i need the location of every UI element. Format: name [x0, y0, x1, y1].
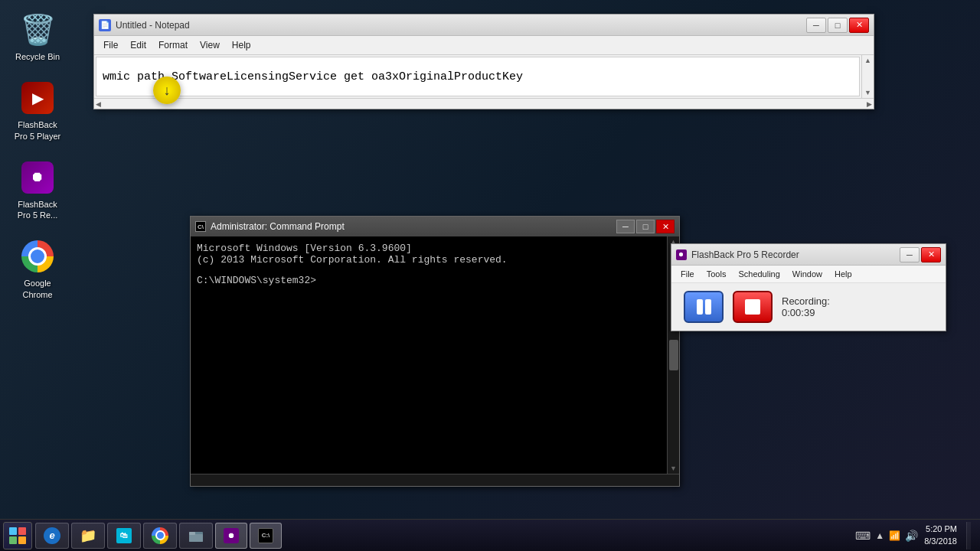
notepad-menu-file[interactable]: File — [97, 37, 124, 53]
pause-bar-1 — [697, 299, 703, 315]
clock-time: 5:20 PM — [924, 523, 957, 535]
chrome-taskbar-icon — [152, 527, 168, 544]
cmd-window-controls: ─ □ ✕ — [616, 220, 675, 233]
taskbar-store[interactable]: 🛍 — [107, 523, 141, 549]
recording-label: Recording: — [782, 295, 830, 307]
notepad-window-icon: 📄 — [99, 19, 111, 31]
cmd-taskbar-icon: C:\ — [258, 528, 273, 543]
volume-icon: 🔊 — [905, 530, 918, 542]
recorder-window-controls: ─ ✕ — [900, 247, 941, 262]
notepad-titlebar[interactable]: 📄 Untitled - Notepad ─ □ ✕ — [94, 15, 874, 36]
clock-date: 8/3/2018 — [924, 536, 957, 547]
taskbar: e 📁 🛍 — [0, 519, 980, 551]
system-icons: ⌨ ▲ 📶 🔊 — [855, 530, 918, 542]
notepad-menu-view[interactable]: View — [194, 37, 226, 53]
stop-square — [745, 299, 760, 315]
store-icon: 🛍 — [116, 527, 132, 544]
notepad-content-area[interactable]: wmic path SoftwareLicensingService get o… — [96, 57, 860, 96]
stop-button[interactable] — [733, 291, 773, 323]
pause-button[interactable] — [684, 291, 724, 323]
file-explorer-icon — [188, 527, 204, 544]
recorder-window: ⏺ FlashBack Pro 5 Recorder ─ ✕ File Tool… — [671, 243, 946, 331]
hscroll-left[interactable]: ◀ — [96, 100, 101, 108]
recorder-minimize-btn[interactable]: ─ — [900, 247, 920, 262]
recorder-menu-tools[interactable]: Tools — [701, 267, 733, 281]
cmd-scroll-thumb[interactable] — [669, 340, 678, 370]
network-icon: 📶 — [889, 530, 900, 541]
pause-bar-2 — [705, 299, 711, 315]
notepad-close-btn[interactable]: ✕ — [849, 18, 869, 33]
recording-info: Recording: 0:00:39 — [782, 295, 830, 318]
cmd-line-4: C:\WINDOWS\system32> — [197, 275, 661, 286]
cmd-window-icon: C\ — [195, 221, 206, 232]
taskbar-chrome[interactable] — [143, 523, 177, 549]
show-desktop-btn[interactable] — [966, 522, 971, 549]
cmd-body[interactable]: Microsoft Windows [Version 6.3.9600] (c)… — [191, 236, 667, 474]
notepad-menu-format[interactable]: Format — [152, 37, 194, 53]
recorder-menu: File Tools Scheduling Window Help — [671, 266, 946, 283]
flashback-taskbar-icon: ⏺ — [224, 528, 239, 543]
windows-logo — [9, 527, 26, 544]
notepad-window-controls: ─ □ ✕ — [806, 18, 869, 33]
notepad-window: 📄 Untitled - Notepad ─ □ ✕ File Edit For… — [93, 14, 874, 109]
recorder-menu-file[interactable]: File — [675, 267, 701, 281]
notepad-minimize-btn[interactable]: ─ — [806, 18, 826, 33]
cmd-close-btn[interactable]: ✕ — [656, 220, 675, 233]
notepad-menu-help[interactable]: Help — [226, 37, 257, 53]
taskbar-folder[interactable]: 📁 — [71, 523, 105, 549]
notepad-menu: File Edit Format View Help — [94, 36, 874, 55]
recorder-menu-scheduling[interactable]: Scheduling — [732, 267, 786, 281]
taskbar-items: e 📁 🛍 — [35, 523, 849, 549]
cmd-hscrollbar[interactable] — [191, 474, 679, 486]
cmd-titlebar[interactable]: C\ Administrator: Command Prompt ─ □ ✕ — [191, 217, 679, 236]
notepad-hscrollbar[interactable]: ◀ ▶ — [94, 98, 874, 109]
notepad-maximize-btn[interactable]: □ — [828, 18, 848, 33]
cursor-indicator: ↓ — [153, 77, 181, 104]
cmd-window: C\ Administrator: Command Prompt ─ □ ✕ M… — [190, 216, 680, 487]
taskbar-flashback[interactable]: ⏺ — [215, 523, 247, 549]
cmd-line-2: (c) 2013 Microsoft Corporation. All righ… — [197, 254, 661, 266]
clock[interactable]: 5:20 PM 8/3/2018 — [924, 523, 957, 547]
scrollbar-down-arrow[interactable]: ▼ — [864, 89, 871, 96]
recorder-menu-help[interactable]: Help — [828, 267, 858, 281]
scrollbar-up-arrow[interactable]: ▲ — [864, 57, 871, 64]
desktop-icons: 🗑️ Recycle Bin ▶ FlashBack Pro 5 Player … — [0, 0, 75, 318]
cmd-line-1: Microsoft Windows [Version 6.3.9600] — [197, 243, 661, 254]
keyboard-icon: ⌨ — [855, 530, 871, 542]
folder-icon: 📁 — [80, 527, 96, 544]
recorder-title: FlashBack Pro 5 Recorder — [691, 249, 799, 260]
desktop: 🗑️ Recycle Bin ▶ FlashBack Pro 5 Player … — [0, 0, 980, 551]
start-button[interactable] — [3, 522, 32, 549]
cmd-scroll-down[interactable]: ▼ — [670, 465, 677, 472]
recorder-close-btn[interactable]: ✕ — [921, 247, 941, 262]
recorder-window-icon: ⏺ — [676, 249, 687, 260]
cmd-line-3 — [197, 266, 661, 275]
taskbar-file-explorer[interactable] — [179, 523, 213, 549]
recorder-titlebar[interactable]: ⏺ FlashBack Pro 5 Recorder ─ ✕ — [671, 244, 946, 266]
svg-rect-2 — [189, 532, 195, 535]
flashback-recorder-label: FlashBack Pro 5 Re... — [11, 199, 64, 221]
svg-rect-1 — [189, 534, 203, 542]
notepad-title: Untitled - Notepad — [116, 20, 190, 31]
cmd-title: Administrator: Command Prompt — [211, 221, 345, 232]
ie-icon: e — [44, 527, 60, 544]
flashback-recorder-icon[interactable]: ⏺ FlashBack Pro 5 Re... — [8, 155, 67, 225]
recycle-bin-label: Recycle Bin — [15, 51, 60, 62]
notepad-menu-edit[interactable]: Edit — [124, 37, 152, 53]
recycle-bin-icon[interactable]: 🗑️ Recycle Bin — [8, 8, 67, 66]
google-chrome-label: Google Chrome — [11, 278, 64, 300]
recorder-menu-window[interactable]: Window — [786, 267, 828, 281]
taskbar-cmd[interactable]: C:\ — [250, 523, 282, 549]
flashback-player-label: FlashBack Pro 5 Player — [11, 119, 64, 142]
chevron-up-icon[interactable]: ▲ — [875, 530, 884, 541]
google-chrome-icon[interactable]: Google Chrome — [8, 234, 67, 304]
cmd-minimize-btn[interactable]: ─ — [616, 220, 635, 233]
hscroll-right[interactable]: ▶ — [867, 100, 872, 108]
recorder-body: Recording: 0:00:39 — [671, 283, 946, 331]
taskbar-ie[interactable]: e — [35, 523, 69, 549]
cmd-maximize-btn[interactable]: □ — [636, 220, 655, 233]
recording-time: 0:00:39 — [782, 307, 830, 318]
flashback-player-icon[interactable]: ▶ FlashBack Pro 5 Player — [8, 76, 67, 145]
taskbar-system-tray: ⌨ ▲ 📶 🔊 5:20 PM 8/3/2018 — [849, 522, 977, 549]
